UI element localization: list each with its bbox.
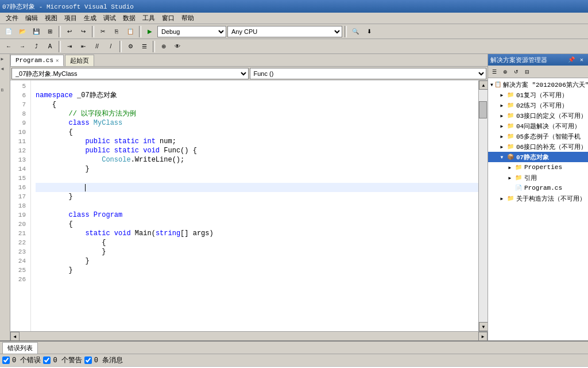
scroll-thumb[interactable] xyxy=(479,101,487,118)
redo-btn[interactable]: ↪ xyxy=(77,25,90,38)
tree-expand-icon[interactable]: ▶ xyxy=(498,112,505,119)
open-btn[interactable]: 📂 xyxy=(16,25,29,38)
tree-expand-icon[interactable]: ▶ xyxy=(498,143,505,150)
font-btn[interactable]: A xyxy=(44,40,56,53)
code-editor[interactable]: 5−678−91011−12131415161718−1920−21222324… xyxy=(10,80,478,331)
tree-item-01复习（不可用）[interactable]: ▶📁01复习（不可用） xyxy=(488,90,588,100)
tree-expand-icon[interactable]: ▶ xyxy=(498,91,505,98)
menu-help[interactable]: 帮助 xyxy=(178,13,198,24)
tree-expand-icon[interactable]: ▶ xyxy=(498,122,505,129)
bottom-tab-errors[interactable]: 错误列表 xyxy=(2,342,38,354)
comment-btn[interactable]: // xyxy=(91,40,103,53)
se-new-btn[interactable]: ⊕ xyxy=(500,67,510,77)
menu-file[interactable]: 文件 xyxy=(2,13,22,24)
tab-programcs-close[interactable]: ✕ xyxy=(56,57,59,64)
tree-item-Properties[interactable]: ▶📁Properties xyxy=(488,162,588,172)
warnings-checkbox[interactable] xyxy=(43,356,51,364)
tree-item-06接口的补充（不可用）[interactable]: ▶📁06接口的补充（不可用） xyxy=(488,141,588,152)
line-num-14: 14 xyxy=(10,164,28,174)
tree-item-解决方案-"20120206第六天"[interactable]: ▼📋解决方案 "20120206第六天" xyxy=(488,79,588,90)
menu-tools[interactable]: 工具 xyxy=(139,13,158,24)
menu-data[interactable]: 数据 xyxy=(119,13,139,24)
breakpoint-btn[interactable]: ⊕ xyxy=(157,40,170,53)
tree-item-07静态对象[interactable]: ▼📦07静态对象 xyxy=(488,152,588,162)
se-refresh-btn[interactable]: ↺ xyxy=(511,67,521,77)
nav-btn[interactable]: ⤴ xyxy=(30,40,42,53)
menu-view[interactable]: 视图 xyxy=(41,13,61,24)
cut-btn[interactable]: ✂ xyxy=(96,25,109,38)
errors-label: 0 个错误 xyxy=(12,355,41,365)
props-btn[interactable]: ☰ xyxy=(138,40,150,53)
undo-btn[interactable]: ↩ xyxy=(63,25,76,38)
tab-programcs[interactable]: Program.cs ✕ xyxy=(10,55,64,66)
tree-item-label: 07静态对象 xyxy=(516,153,549,162)
line-num-19: −19 xyxy=(10,210,28,220)
build-btn[interactable]: ⚙ xyxy=(124,40,137,53)
code-nav-bar: _07静态对象.MyClass Func () xyxy=(10,67,488,80)
tree-expand-icon[interactable]: ▶ xyxy=(498,102,505,109)
tree-expand-icon[interactable]: ▶ xyxy=(506,164,513,171)
forward-btn[interactable]: → xyxy=(16,40,29,53)
tree-item-05多态例子（智能手机[interactable]: ▶📁05多态例子（智能手机 xyxy=(488,131,588,141)
save-btn[interactable]: 💾 xyxy=(30,25,42,38)
debug-config-dropdown[interactable]: Debug Release xyxy=(157,26,226,37)
tree-item-Program.cs[interactable]: 📄Program.cs xyxy=(488,183,588,193)
code-line-26 xyxy=(36,275,478,284)
tree-item-引用[interactable]: ▶📁引用 xyxy=(488,172,588,183)
se-close-btn[interactable]: ✕ xyxy=(578,56,586,64)
tree-item-关于构造方法（不可用）[interactable]: ▶📁关于构造方法（不可用） xyxy=(488,193,588,204)
code-line-18 xyxy=(36,201,478,210)
messages-checkbox[interactable] xyxy=(84,356,92,364)
h-scroll-right-btn[interactable]: ► xyxy=(478,332,488,340)
errors-checkbox[interactable] xyxy=(2,356,10,364)
back-btn[interactable]: ← xyxy=(2,40,15,53)
line-num-7: 7 xyxy=(10,100,28,109)
tree-type-icon: 📁 xyxy=(514,174,523,182)
indent-btn[interactable]: ⇥ xyxy=(63,40,76,53)
start-btn[interactable]: ▶ xyxy=(144,25,156,38)
find-btn[interactable]: 🔍 xyxy=(349,25,362,38)
code-line-25: } xyxy=(36,266,478,275)
tree-expand-icon[interactable]: ▶ xyxy=(506,174,513,181)
menu-debug[interactable]: 调试 xyxy=(100,13,119,24)
menu-bar: 文件 编辑 视图 项目 生成 调试 数据 工具 窗口 帮助 xyxy=(0,13,588,24)
se-collapse-btn[interactable]: ⊟ xyxy=(522,67,532,77)
h-scroll-left-btn[interactable]: ◄ xyxy=(10,332,20,340)
class-dropdown[interactable]: _07静态对象.MyClass xyxy=(11,68,249,79)
find-next-btn[interactable]: ⬇ xyxy=(363,25,376,38)
menu-edit[interactable]: 编辑 xyxy=(22,13,41,24)
scroll-down-btn[interactable]: ▼ xyxy=(479,322,488,331)
platform-dropdown[interactable]: Any CPU xyxy=(227,26,342,37)
line-num-20: 20 xyxy=(10,220,28,229)
tree-expand-icon[interactable] xyxy=(506,185,513,191)
menu-build[interactable]: 生成 xyxy=(80,13,100,24)
tree-expand-icon[interactable]: ▼ xyxy=(498,154,505,160)
menu-window[interactable]: 窗口 xyxy=(158,13,178,24)
se-pin-btn[interactable]: 📌 xyxy=(567,56,575,64)
watch-btn[interactable]: 👁 xyxy=(171,40,184,53)
menu-project[interactable]: 项目 xyxy=(61,13,80,24)
line-num-22: 22 xyxy=(10,238,28,247)
tree-type-icon: 📁 xyxy=(506,194,514,202)
tab-startpage[interactable]: 起始页 xyxy=(65,55,94,66)
se-header: 解决方案资源管理器 📌 ✕ xyxy=(488,54,588,66)
tree-item-04问题解决（不可用）[interactable]: ▶📁04问题解决（不可用） xyxy=(488,121,588,131)
copy-btn[interactable]: ⎘ xyxy=(110,25,123,38)
tree-item-02练习（不可用）[interactable]: ▶📁02练习（不可用） xyxy=(488,100,588,110)
code-line-14: } xyxy=(36,164,478,174)
method-dropdown[interactable]: Func () xyxy=(250,68,487,79)
vertical-scrollbar[interactable]: ▲ ▼ xyxy=(478,80,488,331)
se-props-btn[interactable]: ☰ xyxy=(489,67,500,77)
uncomment-btn[interactable]: / xyxy=(105,40,117,53)
tree-item-03接口的定义（不可用）[interactable]: ▶📁03接口的定义（不可用） xyxy=(488,110,588,121)
outdent-btn[interactable]: ⇤ xyxy=(77,40,90,53)
editor-container: Program.cs ✕ 起始页 _07静态对象.MyClass Func ()… xyxy=(10,54,488,340)
tree-expand-icon[interactable]: ▼ xyxy=(490,81,493,88)
line-num-18: 18 xyxy=(10,201,28,210)
paste-btn[interactable]: 📋 xyxy=(124,25,137,38)
tree-expand-icon[interactable]: ▶ xyxy=(498,195,505,202)
save-all-btn[interactable]: ⊞ xyxy=(44,25,56,38)
tree-expand-icon[interactable]: ▶ xyxy=(498,133,505,140)
new-project-btn[interactable]: 📄 xyxy=(2,25,15,38)
scroll-up-btn[interactable]: ▲ xyxy=(479,80,488,90)
